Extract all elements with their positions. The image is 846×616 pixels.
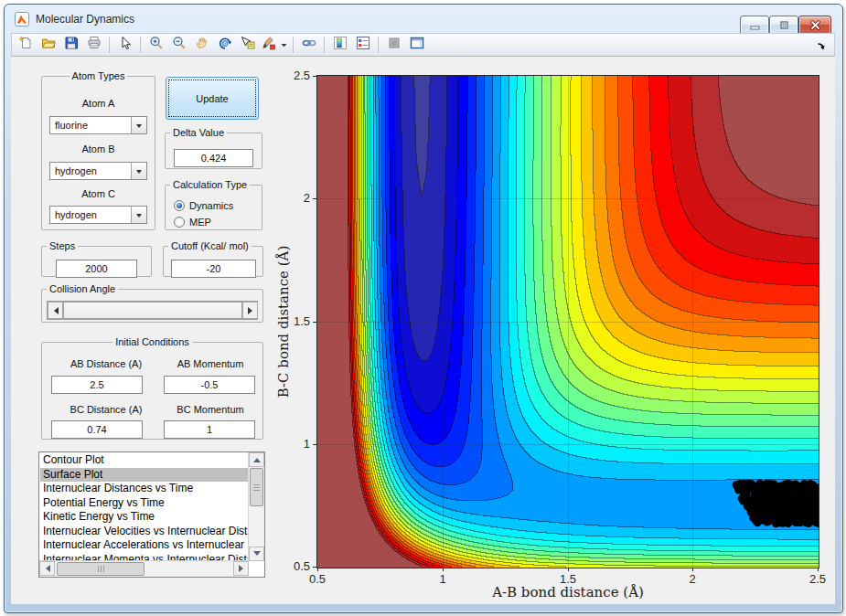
- hide-plot-tools-button[interactable]: [383, 35, 404, 55]
- slider-left-arrow[interactable]: [48, 302, 63, 319]
- scroll-left-arrow[interactable]: [39, 561, 55, 576]
- zoom-in-button[interactable]: [145, 35, 166, 55]
- minimize-button[interactable]: [740, 16, 769, 35]
- dropdown-arrow-icon[interactable]: [131, 117, 146, 133]
- slider-right-arrow[interactable]: [242, 302, 258, 319]
- potential-energy-surface-canvas[interactable]: [317, 76, 819, 568]
- ab-momentum-input[interactable]: [164, 376, 255, 394]
- x-tick-mark: [568, 568, 569, 571]
- cutoff-title: Cutoff (Kcal/ mol): [168, 240, 252, 251]
- dropdown-arrow-icon[interactable]: [131, 163, 146, 179]
- listbox-vertical-scrollbar[interactable]: [248, 452, 264, 561]
- close-button[interactable]: [798, 16, 831, 35]
- slider-thumb[interactable]: [63, 302, 242, 319]
- list-item[interactable]: Surface Plot: [40, 468, 248, 483]
- scroll-right-arrow[interactable]: [233, 561, 249, 576]
- colorbar-icon: [333, 36, 348, 54]
- delta-value-title: Delta Value: [170, 127, 227, 138]
- list-item[interactable]: Internuclear Distances vs Time: [40, 482, 248, 496]
- insert-legend-button[interactable]: [352, 35, 373, 55]
- pan-button[interactable]: [191, 35, 212, 55]
- update-button[interactable]: Update: [166, 77, 259, 120]
- cursor-arrow-icon: [118, 36, 133, 54]
- rotate-3d-button[interactable]: [214, 35, 235, 55]
- legend-icon: [356, 36, 370, 54]
- scroll-down-arrow[interactable]: [249, 547, 264, 561]
- show-plot-tools-button[interactable]: [406, 35, 427, 55]
- list-item[interactable]: Contour Plot: [40, 453, 248, 468]
- calculation-type-title: Calculation Type: [170, 179, 250, 190]
- atom-b-dropdown[interactable]: hydrogen: [49, 162, 147, 180]
- restore-icon: [779, 17, 789, 34]
- zoom-out-button[interactable]: [168, 35, 189, 55]
- insert-colorbar-button[interactable]: [329, 35, 350, 55]
- open-file-button[interactable]: [37, 35, 59, 55]
- collision-angle-title: Collision Angle: [47, 283, 118, 294]
- cutoff-input[interactable]: [171, 260, 256, 278]
- y-tick-label: 0.5: [277, 559, 310, 573]
- link-icon: [302, 36, 316, 54]
- delta-value-input[interactable]: [174, 149, 253, 167]
- mep-radio-row[interactable]: MEP: [174, 217, 211, 228]
- y-tick-label: 1: [277, 437, 310, 451]
- horizontal-scroll-thumb[interactable]: [57, 562, 145, 576]
- open-folder-icon: [41, 36, 56, 54]
- atom-c-dropdown[interactable]: hydrogen: [49, 206, 147, 224]
- collision-angle-panel: Collision Angle: [41, 283, 263, 323]
- x-tick-mark: [443, 568, 444, 571]
- app-screenshot: Molecular Dynamics: [0, 0, 846, 616]
- x-axis-label: A-B bond distance (Å): [317, 584, 819, 600]
- plot-type-listbox[interactable]: Contour PlotSurface PlotInternuclear Dis…: [38, 451, 265, 578]
- save-button[interactable]: [60, 35, 81, 55]
- y-tick-mark: [313, 567, 316, 568]
- list-item[interactable]: Potential Energy vs Time: [40, 496, 248, 511]
- dynamics-radio-row[interactable]: Dynamics: [174, 200, 233, 211]
- x-tick-mark: [818, 568, 819, 571]
- mep-radio[interactable]: [174, 217, 185, 228]
- restore-button[interactable]: [769, 16, 798, 35]
- titlebar[interactable]: Molecular Dynamics: [5, 5, 840, 32]
- listbox-items: Contour PlotSurface PlotInternuclear Dis…: [40, 453, 248, 560]
- close-icon: [810, 17, 820, 34]
- link-plots-button[interactable]: [298, 35, 319, 55]
- x-tick-mark: [317, 568, 318, 571]
- dropdown-arrow-icon[interactable]: [131, 207, 146, 223]
- atom-a-value: fluorine: [50, 117, 131, 133]
- steps-input[interactable]: [56, 260, 137, 278]
- new-file-button[interactable]: [15, 35, 36, 55]
- minimize-icon: [750, 17, 760, 34]
- dynamics-radio[interactable]: [174, 200, 185, 211]
- data-cursor-button[interactable]: [237, 35, 258, 55]
- edit-plot-button[interactable]: [114, 35, 135, 55]
- cutoff-panel: Cutoff (Kcal/ mol): [163, 240, 263, 277]
- print-button[interactable]: [83, 35, 104, 55]
- brush-dropdown-caret[interactable]: [280, 35, 288, 55]
- brush-button[interactable]: [260, 35, 278, 55]
- figure-toolbar: [11, 33, 835, 57]
- initial-conditions-title: Initial Conditions: [112, 336, 192, 347]
- ab-momentum-label: AB Momentum: [166, 358, 255, 369]
- zoom-in-icon: [149, 36, 164, 54]
- atom-a-label: Atom A: [42, 98, 155, 109]
- list-item[interactable]: Internuclear Accelerations vs Internucle…: [40, 538, 248, 553]
- bc-distance-input[interactable]: [51, 420, 143, 439]
- atom-c-label: Atom C: [42, 188, 155, 199]
- calculation-type-panel: Calculation Type Dynamics MEP: [165, 179, 262, 230]
- atom-c-value: hydrogen: [50, 207, 131, 223]
- list-item[interactable]: Internuclear Velocities vs Internuclear …: [40, 525, 248, 539]
- toolbar-overflow-arrow[interactable]: [817, 38, 827, 55]
- x-tick-mark: [692, 568, 693, 571]
- print-icon: [87, 36, 102, 54]
- bc-momentum-input[interactable]: [164, 420, 255, 439]
- toolbar-separator: [140, 37, 141, 53]
- y-tick-mark: [313, 198, 316, 199]
- ab-distance-input[interactable]: [51, 376, 143, 394]
- contour-plot-axes[interactable]: [316, 75, 819, 568]
- atom-a-dropdown[interactable]: fluorine: [49, 116, 147, 134]
- listbox-horizontal-scrollbar[interactable]: [39, 560, 249, 577]
- scroll-up-arrow[interactable]: [249, 452, 264, 467]
- list-item[interactable]: Internuclear Momenta vs Internuclear Dis…: [40, 553, 248, 561]
- list-item[interactable]: Kinetic Energy vs Time: [40, 510, 248, 525]
- data-cursor-icon: [241, 36, 255, 54]
- collision-angle-slider[interactable]: [47, 301, 258, 320]
